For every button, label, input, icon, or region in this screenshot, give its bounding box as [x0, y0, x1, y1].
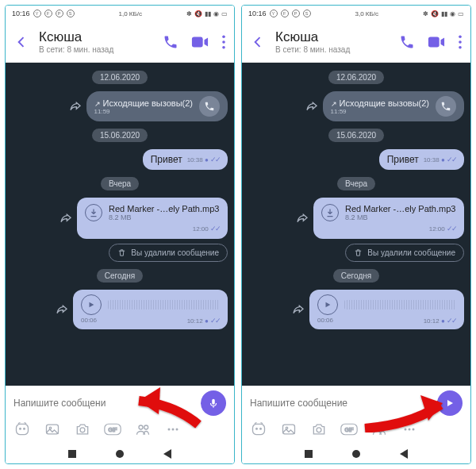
call-time: 11:59	[331, 108, 429, 115]
play-button[interactable]	[81, 294, 102, 315]
nosound-icon: 🔇	[431, 10, 439, 17]
call-label: Исходящие вызовы(2)	[340, 98, 429, 108]
signal-icon: ▮▮	[441, 10, 447, 17]
call-label: Исходящие вызовы(2)	[103, 98, 193, 108]
svg-point-23	[260, 428, 262, 429]
svg-point-15	[172, 429, 175, 431]
svg-point-1	[222, 35, 225, 38]
mention-icon[interactable]	[370, 421, 388, 438]
reshare-icon[interactable]	[305, 101, 318, 112]
menu-icon[interactable]	[458, 35, 463, 49]
nav-home[interactable]	[116, 450, 124, 458]
mic-button[interactable]	[201, 390, 226, 416]
gallery-icon[interactable]	[280, 421, 298, 438]
file-size: 8.2 MB	[345, 213, 455, 221]
message-input[interactable]	[13, 398, 194, 409]
svg-point-16	[176, 429, 178, 431]
reshare-icon[interactable]	[296, 213, 309, 224]
outgoing-call-bubble[interactable]: ↗ Исходящие вызовы(2) 11:59	[86, 91, 228, 121]
more-icon[interactable]	[164, 421, 182, 438]
gif-icon[interactable]: GIF	[104, 421, 121, 438]
svg-rect-17	[428, 37, 440, 47]
svg-point-6	[24, 428, 25, 429]
voice-message-bubble[interactable]: 00:06 10:12 ● ✓✓	[73, 290, 228, 329]
nav-home[interactable]	[352, 450, 360, 458]
call-icon[interactable]	[436, 96, 456, 117]
contact-name[interactable]: Ксюша	[275, 29, 399, 45]
more-icon[interactable]	[401, 421, 418, 438]
date-separator: Вчера	[101, 177, 139, 190]
call-time: 11:59	[94, 108, 193, 115]
text-message-bubble[interactable]: Привет 10:38 ● ✓✓	[379, 149, 464, 170]
reshare-icon[interactable]	[69, 101, 82, 112]
contact-name[interactable]: Ксюша	[39, 29, 163, 45]
status-icon: S	[67, 10, 75, 17]
svg-text:GIF: GIF	[344, 427, 353, 432]
play-button[interactable]	[317, 294, 338, 315]
svg-point-30	[381, 425, 385, 429]
chat-area[interactable]: 12.06.2020 ↗ Исходящие вызовы(2) 11:59 1…	[6, 63, 234, 386]
svg-rect-21	[253, 424, 265, 434]
voice-call-icon[interactable]	[163, 34, 178, 50]
svg-point-33	[413, 429, 415, 431]
nav-recents[interactable]	[68, 450, 76, 458]
send-button[interactable]	[437, 390, 463, 416]
voice-call-icon[interactable]	[399, 34, 415, 50]
download-icon[interactable]	[85, 204, 102, 221]
nav-back[interactable]	[163, 449, 171, 459]
message-time: 10:38	[424, 156, 440, 163]
file-message-bubble[interactable]: Red Marker -…ely Path.mp3 8.2 MB 12:00 ✓…	[77, 198, 228, 239]
svg-point-3	[222, 45, 225, 48]
back-button[interactable]	[250, 34, 269, 50]
composer: GIF	[242, 386, 470, 444]
reshare-icon[interactable]	[56, 304, 68, 315]
battery-icon: ▭	[458, 10, 464, 17]
message-input[interactable]	[250, 398, 431, 409]
date-separator: 12.06.2020	[92, 71, 148, 84]
video-call-icon[interactable]	[428, 36, 445, 48]
download-icon[interactable]	[321, 204, 339, 221]
message-text: Привет	[387, 154, 419, 165]
waveform[interactable]	[344, 300, 456, 309]
file-message-bubble[interactable]: Red Marker -…ely Path.mp3 8.2 MB 12:00 ✓…	[313, 198, 464, 239]
nav-recents[interactable]	[305, 450, 313, 458]
back-button[interactable]	[13, 34, 33, 50]
date-separator: Сегодня	[97, 269, 143, 283]
voice-duration: 00:06	[317, 317, 333, 325]
svg-point-31	[405, 429, 407, 431]
text-message-bubble[interactable]: Привет 10:38 ● ✓✓	[143, 149, 228, 170]
reshare-icon[interactable]	[292, 304, 305, 315]
waveform[interactable]	[108, 300, 220, 309]
video-call-icon[interactable]	[191, 36, 209, 48]
reshare-icon[interactable]	[60, 213, 72, 224]
nav-back[interactable]	[400, 449, 408, 459]
camera-icon[interactable]	[74, 421, 91, 438]
deleted-text: Вы удалили сообщение	[131, 248, 219, 257]
camera-icon[interactable]	[310, 421, 328, 438]
status-icon: P	[56, 10, 63, 17]
nosound-icon: 🔇	[194, 10, 202, 17]
mention-icon[interactable]	[134, 421, 152, 438]
voice-time: 10:12	[424, 317, 440, 325]
voice-message-bubble[interactable]: 00:06 10:12 ● ✓✓	[309, 290, 464, 329]
date-separator: Вчера	[337, 177, 375, 190]
sticker-icon[interactable]	[13, 421, 31, 438]
call-icon[interactable]	[199, 96, 220, 117]
bt-icon: ✽	[423, 10, 428, 17]
file-time: 12:00	[429, 225, 445, 233]
deleted-message: Вы удалили сообщение	[345, 244, 464, 262]
file-name: Red Marker -…ely Path.mp3	[345, 204, 455, 213]
wifi-icon: ◉	[450, 10, 455, 17]
gif-icon[interactable]: GIF	[340, 421, 358, 438]
android-navbar	[242, 444, 470, 463]
menu-icon[interactable]	[221, 35, 226, 49]
status-time: 10:16	[12, 10, 30, 17]
svg-point-26	[317, 428, 321, 432]
message-time: 10:38	[187, 156, 203, 163]
chat-area[interactable]: 12.06.2020 ↗ Исходящие вызовы(2) 11:59 1…	[242, 63, 470, 386]
outgoing-call-bubble[interactable]: ↗ Исходящие вызовы(2) 11:59	[323, 91, 464, 121]
svg-point-20	[459, 45, 462, 48]
gallery-icon[interactable]	[44, 421, 61, 438]
sticker-icon[interactable]	[250, 421, 267, 438]
status-icon: Y	[270, 10, 278, 17]
